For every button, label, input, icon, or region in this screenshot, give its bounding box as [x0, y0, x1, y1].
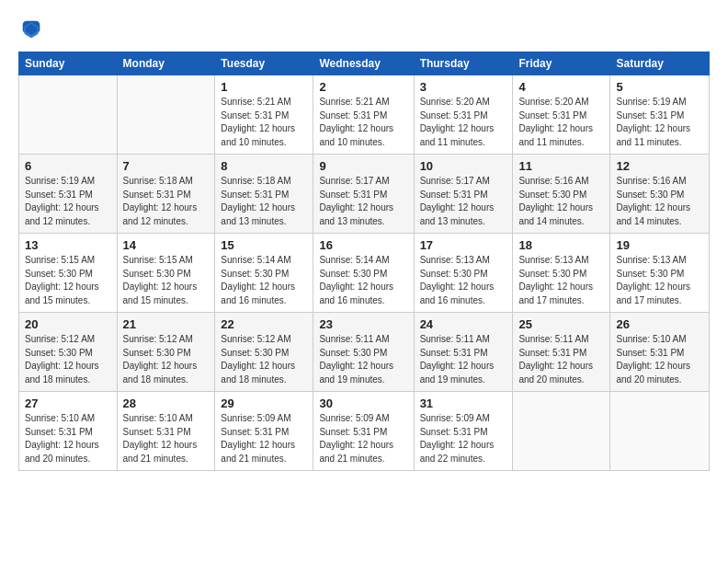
day-info: Sunrise: 5:10 AMSunset: 5:31 PMDaylight:…	[616, 333, 703, 386]
day-info: Sunrise: 5:16 AMSunset: 5:30 PMDaylight:…	[616, 175, 703, 228]
day-of-week-header: Monday	[117, 52, 215, 75]
calendar-week-row: 1Sunrise: 5:21 AMSunset: 5:31 PMDaylight…	[19, 75, 710, 155]
calendar-cell: 20Sunrise: 5:12 AMSunset: 5:30 PMDayligh…	[19, 313, 118, 392]
day-of-week-header: Friday	[513, 52, 610, 75]
day-info: Sunrise: 5:12 AMSunset: 5:30 PMDaylight:…	[221, 333, 307, 386]
day-info: Sunrise: 5:21 AMSunset: 5:31 PMDaylight:…	[221, 96, 307, 149]
calendar-cell: 27Sunrise: 5:10 AMSunset: 5:31 PMDayligh…	[19, 392, 118, 471]
calendar-cell: 7Sunrise: 5:18 AMSunset: 5:31 PMDaylight…	[117, 155, 215, 234]
calendar-week-row: 6Sunrise: 5:19 AMSunset: 5:31 PMDaylight…	[19, 155, 710, 234]
day-info: Sunrise: 5:21 AMSunset: 5:31 PMDaylight:…	[319, 96, 407, 149]
logo	[18, 17, 48, 42]
day-info: Sunrise: 5:20 AMSunset: 5:31 PMDaylight:…	[518, 96, 604, 149]
day-info: Sunrise: 5:19 AMSunset: 5:31 PMDaylight:…	[616, 96, 703, 149]
calendar-cell: 10Sunrise: 5:17 AMSunset: 5:31 PMDayligh…	[414, 155, 513, 234]
calendar-cell: 19Sunrise: 5:13 AMSunset: 5:30 PMDayligh…	[610, 234, 710, 313]
day-info: Sunrise: 5:17 AMSunset: 5:31 PMDaylight:…	[420, 175, 507, 228]
calendar-cell: 21Sunrise: 5:12 AMSunset: 5:30 PMDayligh…	[117, 313, 215, 392]
day-number: 5	[616, 80, 703, 94]
calendar-cell: 6Sunrise: 5:19 AMSunset: 5:31 PMDaylight…	[19, 155, 118, 234]
day-number: 10	[420, 159, 507, 173]
calendar-cell: 8Sunrise: 5:18 AMSunset: 5:31 PMDaylight…	[215, 155, 313, 234]
day-info: Sunrise: 5:14 AMSunset: 5:30 PMDaylight:…	[221, 254, 307, 307]
calendar-cell: 11Sunrise: 5:16 AMSunset: 5:30 PMDayligh…	[513, 155, 610, 234]
day-number: 8	[221, 159, 307, 173]
day-info: Sunrise: 5:20 AMSunset: 5:31 PMDaylight:…	[420, 96, 507, 149]
day-number: 2	[319, 80, 407, 94]
calendar-cell: 14Sunrise: 5:15 AMSunset: 5:30 PMDayligh…	[117, 234, 215, 313]
day-number: 7	[123, 159, 210, 173]
day-number: 16	[319, 238, 407, 252]
day-number: 12	[616, 159, 703, 173]
day-info: Sunrise: 5:18 AMSunset: 5:31 PMDaylight:…	[221, 175, 307, 228]
day-info: Sunrise: 5:17 AMSunset: 5:31 PMDaylight:…	[319, 175, 407, 228]
calendar-cell: 28Sunrise: 5:10 AMSunset: 5:31 PMDayligh…	[117, 392, 215, 471]
calendar-cell: 30Sunrise: 5:09 AMSunset: 5:31 PMDayligh…	[313, 392, 414, 471]
calendar-week-row: 13Sunrise: 5:15 AMSunset: 5:30 PMDayligh…	[19, 234, 710, 313]
day-info: Sunrise: 5:18 AMSunset: 5:31 PMDaylight:…	[123, 175, 210, 228]
day-info: Sunrise: 5:15 AMSunset: 5:30 PMDaylight:…	[25, 254, 111, 307]
day-number: 19	[616, 238, 703, 252]
calendar-table: SundayMondayTuesdayWednesdayThursdayFrid…	[18, 52, 710, 471]
day-number: 15	[221, 238, 307, 252]
day-info: Sunrise: 5:10 AMSunset: 5:31 PMDaylight:…	[25, 412, 111, 465]
calendar-cell: 31Sunrise: 5:09 AMSunset: 5:31 PMDayligh…	[414, 392, 513, 471]
day-info: Sunrise: 5:09 AMSunset: 5:31 PMDaylight:…	[420, 412, 507, 465]
calendar-cell: 25Sunrise: 5:11 AMSunset: 5:31 PMDayligh…	[513, 313, 610, 392]
calendar-cell: 2Sunrise: 5:21 AMSunset: 5:31 PMDaylight…	[313, 75, 414, 155]
day-info: Sunrise: 5:11 AMSunset: 5:31 PMDaylight:…	[420, 333, 507, 386]
day-number: 1	[221, 80, 307, 94]
calendar-cell: 5Sunrise: 5:19 AMSunset: 5:31 PMDaylight…	[610, 75, 710, 155]
calendar-cell: 18Sunrise: 5:13 AMSunset: 5:30 PMDayligh…	[513, 234, 610, 313]
day-info: Sunrise: 5:09 AMSunset: 5:31 PMDaylight:…	[319, 412, 407, 465]
calendar-cell: 23Sunrise: 5:11 AMSunset: 5:30 PMDayligh…	[313, 313, 414, 392]
calendar-cell: 17Sunrise: 5:13 AMSunset: 5:30 PMDayligh…	[414, 234, 513, 313]
day-number: 22	[221, 317, 307, 331]
calendar-cell: 13Sunrise: 5:15 AMSunset: 5:30 PMDayligh…	[19, 234, 118, 313]
day-of-week-header: Thursday	[414, 52, 513, 75]
calendar-cell: 1Sunrise: 5:21 AMSunset: 5:31 PMDaylight…	[215, 75, 313, 155]
day-of-week-header: Sunday	[19, 52, 118, 75]
calendar-cell	[19, 75, 118, 155]
day-info: Sunrise: 5:12 AMSunset: 5:30 PMDaylight:…	[123, 333, 210, 386]
calendar-header-row: SundayMondayTuesdayWednesdayThursdayFrid…	[19, 52, 710, 75]
day-number: 6	[25, 159, 111, 173]
day-info: Sunrise: 5:16 AMSunset: 5:30 PMDaylight:…	[518, 175, 604, 228]
day-number: 24	[420, 317, 507, 331]
day-info: Sunrise: 5:14 AMSunset: 5:30 PMDaylight:…	[319, 254, 407, 307]
calendar-cell: 22Sunrise: 5:12 AMSunset: 5:30 PMDayligh…	[215, 313, 313, 392]
day-number: 17	[420, 238, 507, 252]
calendar-cell: 24Sunrise: 5:11 AMSunset: 5:31 PMDayligh…	[414, 313, 513, 392]
logo-icon	[18, 17, 44, 42]
day-number: 23	[319, 317, 407, 331]
day-number: 4	[518, 80, 604, 94]
day-number: 29	[221, 396, 307, 410]
calendar-cell: 29Sunrise: 5:09 AMSunset: 5:31 PMDayligh…	[215, 392, 313, 471]
day-info: Sunrise: 5:13 AMSunset: 5:30 PMDaylight:…	[616, 254, 703, 307]
day-number: 18	[518, 238, 604, 252]
day-number: 28	[123, 396, 210, 410]
day-number: 9	[319, 159, 407, 173]
calendar-cell: 12Sunrise: 5:16 AMSunset: 5:30 PMDayligh…	[610, 155, 710, 234]
calendar-week-row: 20Sunrise: 5:12 AMSunset: 5:30 PMDayligh…	[19, 313, 710, 392]
day-info: Sunrise: 5:15 AMSunset: 5:30 PMDaylight:…	[123, 254, 210, 307]
calendar-cell: 15Sunrise: 5:14 AMSunset: 5:30 PMDayligh…	[215, 234, 313, 313]
day-number: 14	[123, 238, 210, 252]
day-number: 30	[319, 396, 407, 410]
day-number: 20	[25, 317, 111, 331]
calendar-cell	[117, 75, 215, 155]
calendar-cell: 9Sunrise: 5:17 AMSunset: 5:31 PMDaylight…	[313, 155, 414, 234]
day-number: 26	[616, 317, 703, 331]
calendar-cell: 4Sunrise: 5:20 AMSunset: 5:31 PMDaylight…	[513, 75, 610, 155]
day-number: 31	[420, 396, 507, 410]
day-number: 27	[25, 396, 111, 410]
calendar-cell: 16Sunrise: 5:14 AMSunset: 5:30 PMDayligh…	[313, 234, 414, 313]
day-of-week-header: Tuesday	[215, 52, 313, 75]
day-info: Sunrise: 5:11 AMSunset: 5:30 PMDaylight:…	[319, 333, 407, 386]
day-info: Sunrise: 5:12 AMSunset: 5:30 PMDaylight:…	[25, 333, 111, 386]
header	[18, 17, 710, 42]
day-info: Sunrise: 5:19 AMSunset: 5:31 PMDaylight:…	[25, 175, 111, 228]
day-info: Sunrise: 5:11 AMSunset: 5:31 PMDaylight:…	[518, 333, 604, 386]
day-info: Sunrise: 5:09 AMSunset: 5:31 PMDaylight:…	[221, 412, 307, 465]
day-number: 21	[123, 317, 210, 331]
